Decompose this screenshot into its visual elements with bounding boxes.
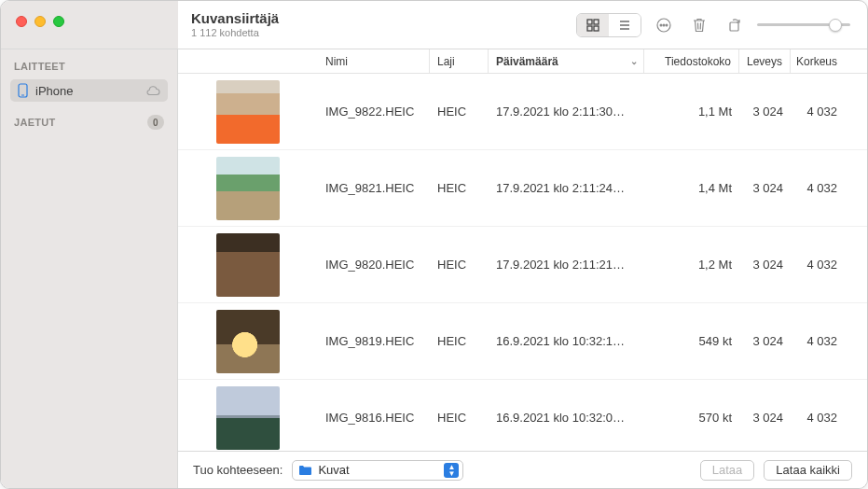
col-type-label: Laji: [437, 55, 455, 68]
thumbnail-image: [216, 310, 280, 373]
col-width[interactable]: Leveys: [739, 49, 791, 73]
col-type[interactable]: Laji: [430, 49, 489, 73]
col-height[interactable]: Korkeus: [791, 49, 845, 73]
svg-rect-2: [587, 26, 592, 31]
svg-rect-3: [594, 26, 599, 31]
cell-height: 4 032: [791, 334, 845, 348]
thumbnail-image: [216, 80, 280, 144]
cell-thumb: [178, 80, 318, 144]
cell-type: HEIC: [430, 181, 489, 195]
svg-rect-1: [594, 20, 599, 24]
ellipsis-circle-icon: [655, 17, 672, 34]
app-window: Kuvansiirtäjä 1 112 kohdetta: [0, 0, 868, 489]
rotate-button[interactable]: [722, 14, 748, 36]
cell-date: 16.9.2021 klo 10:32:0…: [489, 411, 644, 425]
cell-size: 1,1 Mt: [644, 105, 739, 119]
svg-rect-0: [587, 20, 592, 24]
table-row[interactable]: IMG_9816.HEIC HEIC 16.9.2021 klo 10:32:0…: [178, 380, 867, 451]
import-to-label: Tuo kohteeseen:: [193, 463, 282, 477]
select-arrows-icon: ▲▼: [444, 463, 459, 478]
cell-date: 17.9.2021 klo 2:11:21…: [489, 258, 644, 272]
cell-size: 570 kt: [644, 411, 739, 425]
cell-type: HEIC: [430, 105, 489, 119]
cell-height: 4 032: [791, 258, 845, 272]
column-headers: Nimi Laji Päivämäärä ⌄ Tiedostokoko Leve…: [178, 49, 867, 74]
grid-view-button[interactable]: [577, 14, 609, 36]
app-title: Kuvansiirtäjä: [191, 10, 279, 26]
minimize-window-button[interactable]: [34, 16, 46, 27]
cell-name: IMG_9819.HEIC: [318, 334, 430, 348]
col-width-label: Leveys: [747, 55, 782, 68]
col-height-label: Korkeus: [796, 55, 837, 68]
download-all-button[interactable]: Lataa kaikki: [764, 460, 852, 481]
cell-name: IMG_9820.HEIC: [318, 258, 430, 272]
cell-width: 3 024: [739, 411, 791, 425]
more-actions-button[interactable]: [651, 14, 677, 36]
thumbnail-image: [216, 233, 280, 297]
cell-date: 17.9.2021 klo 2:11:24…: [489, 181, 644, 195]
cell-width: 3 024: [739, 105, 791, 119]
col-name-label: Nimi: [325, 55, 348, 68]
cell-name: IMG_9816.HEIC: [318, 411, 430, 425]
sidebar-item-label: iPhone: [35, 84, 138, 98]
col-thumbnail[interactable]: [178, 49, 318, 73]
list-view-button[interactable]: [609, 14, 641, 36]
titlebar: Kuvansiirtäjä 1 112 kohdetta: [1, 1, 867, 49]
view-mode-segment: [576, 13, 641, 37]
cell-type: HEIC: [430, 334, 489, 348]
zoom-window-button[interactable]: [53, 16, 64, 27]
download-button-label: Lataa: [712, 463, 743, 477]
col-size[interactable]: Tiedostokoko: [644, 49, 739, 73]
rotate-icon: [726, 17, 743, 34]
thumbnail-image: [216, 386, 280, 450]
col-name[interactable]: Nimi: [318, 49, 430, 73]
cell-size: 1,2 Mt: [644, 258, 739, 272]
thumbnail-size-slider[interactable]: [757, 23, 850, 26]
phone-icon: [18, 83, 28, 98]
cloud-icon: [145, 85, 160, 96]
item-count-label: 1 112 kohdetta: [191, 27, 279, 38]
table-row[interactable]: IMG_9821.HEIC HEIC 17.9.2021 klo 2:11:24…: [178, 150, 867, 227]
sidebar-item-iphone[interactable]: iPhone: [10, 79, 168, 102]
cell-width: 3 024: [739, 334, 791, 348]
toolbar: [292, 1, 867, 49]
table-row[interactable]: IMG_9820.HEIC HEIC 17.9.2021 klo 2:11:21…: [178, 227, 867, 303]
cell-height: 4 032: [791, 181, 845, 195]
title-area: Kuvansiirtäjä 1 112 kohdetta: [178, 1, 292, 49]
table-row[interactable]: IMG_9819.HEIC HEIC 16.9.2021 klo 10:32:1…: [178, 303, 867, 380]
thumbnail-image: [216, 157, 280, 220]
thumbnail-size-slider-wrap: [757, 23, 850, 26]
sidebar-header-devices: LAITTEET: [10, 57, 168, 76]
trash-icon: [692, 17, 707, 34]
cell-thumb: [178, 310, 318, 373]
close-window-button[interactable]: [16, 16, 27, 27]
cell-thumb: [178, 157, 318, 220]
col-date-label: Päivämäärä: [496, 55, 558, 68]
rows-scroll[interactable]: IMG_9822.HEIC HEIC 17.9.2021 klo 2:11:30…: [178, 74, 867, 451]
cell-type: HEIC: [430, 411, 489, 425]
svg-point-8: [660, 24, 662, 26]
destination-label: Kuvat: [318, 463, 349, 477]
cell-type: HEIC: [430, 258, 489, 272]
cell-name: IMG_9821.HEIC: [318, 181, 430, 195]
cell-thumb: [178, 233, 318, 297]
chevron-down-icon: ⌄: [630, 56, 638, 66]
cell-height: 4 032: [791, 105, 845, 119]
sidebar-header-shared-row: JAETUT 0: [10, 111, 168, 133]
delete-button[interactable]: [686, 14, 712, 36]
sidebar-header-shared: JAETUT: [14, 117, 147, 128]
download-button[interactable]: Lataa: [700, 460, 755, 481]
shared-count-badge: 0: [147, 115, 164, 130]
cell-thumb: [178, 386, 318, 450]
list-icon: [617, 18, 632, 33]
destination-select[interactable]: Kuvat ▲▼: [292, 460, 463, 481]
cell-height: 4 032: [791, 411, 845, 425]
table-row[interactable]: IMG_9822.HEIC HEIC 17.9.2021 klo 2:11:30…: [178, 74, 867, 150]
svg-rect-13: [730, 22, 738, 31]
window-controls: [1, 1, 178, 49]
grid-icon: [586, 18, 600, 33]
col-size-label: Tiedostokoko: [665, 55, 731, 68]
col-date[interactable]: Päivämäärä ⌄: [489, 49, 644, 73]
folder-icon: [298, 465, 312, 476]
cell-width: 3 024: [739, 181, 791, 195]
